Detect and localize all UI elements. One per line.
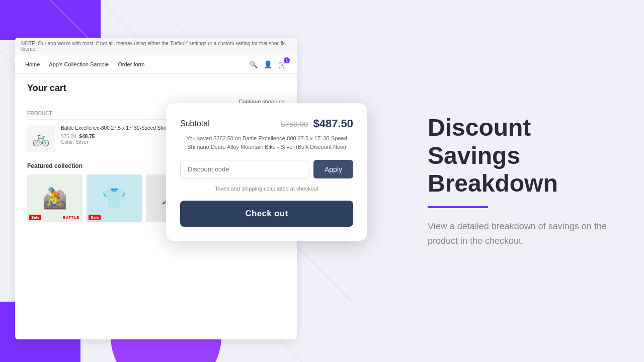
featured-item-shirt[interactable]: 👕 Sale <box>87 174 142 222</box>
nav-links: Home App's Collection Sample Order form <box>25 61 144 67</box>
search-icon[interactable]: 🔍 <box>249 60 258 68</box>
discounted-total-price: $487.50 <box>313 117 353 130</box>
nav-home[interactable]: Home <box>25 61 40 67</box>
cart-count: 1 <box>284 57 290 63</box>
bg-decoration-top-left <box>0 0 101 40</box>
item-original-price: $75.00 <box>61 134 76 139</box>
right-marketing-panel: Discount Savings Breakdown View a detail… <box>387 0 644 362</box>
bike-icon: 🚲 <box>32 130 50 147</box>
store-notice: NOTE: Our app works with most, if not al… <box>15 38 297 55</box>
product-header: PRODUCT <box>27 111 52 116</box>
original-total-price: $750.00 <box>281 120 308 128</box>
nav-collection[interactable]: App's Collection Sample <box>49 61 109 67</box>
discount-code-input[interactable] <box>180 160 309 178</box>
cart-title: Your cart <box>27 83 285 94</box>
savings-message: You saved $262.50 on Battle Excellence-8… <box>180 134 353 151</box>
marketing-divider <box>428 206 488 208</box>
sale-badge-2: Sale <box>89 215 101 220</box>
checkout-card: Subtotal $750.00 $487.50 You saved $262.… <box>166 103 367 241</box>
subtotal-row: Subtotal $750.00 $487.50 <box>180 117 353 130</box>
featured-item-bike[interactable]: 🚵 Sale BATTLE <box>27 174 83 222</box>
cart-item-image: 🚲 <box>27 125 55 152</box>
apply-button[interactable]: Apply <box>313 160 353 178</box>
tax-note: Taxes and shipping calculated at checkou… <box>180 186 353 192</box>
nav-order-form[interactable]: Order form <box>118 61 144 67</box>
marketing-title: Discount Savings Breakdown <box>428 114 614 197</box>
account-icon[interactable]: 👤 <box>264 60 272 68</box>
subtotal-label: Subtotal <box>180 119 210 128</box>
marketing-description: View a detailed breakdown of savings on … <box>428 219 614 248</box>
battle-logo: BATTLE <box>63 216 79 219</box>
discount-row: Apply <box>180 160 353 178</box>
subtotal-prices: $750.00 $487.50 <box>281 117 353 130</box>
checkout-button[interactable]: Check out <box>180 201 353 227</box>
sale-badge-1: Sale <box>29 215 41 220</box>
item-sale-price: $48.75 <box>79 134 95 139</box>
store-nav: Home App's Collection Sample Order form … <box>15 55 297 74</box>
cart-icon[interactable]: 🛒1 <box>278 60 287 68</box>
nav-icons: 🔍 👤 🛒1 <box>249 60 287 68</box>
